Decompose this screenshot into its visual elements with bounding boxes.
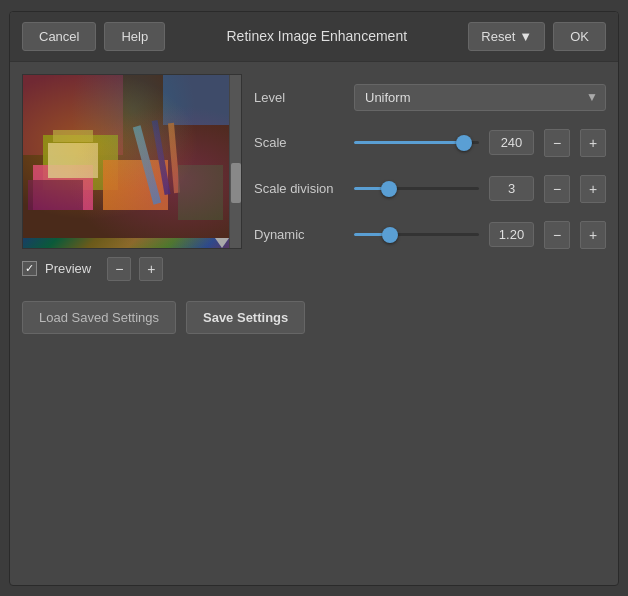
save-settings-button[interactable]: Save Settings <box>186 301 305 334</box>
ok-button[interactable]: OK <box>553 22 606 51</box>
scale-plus-button[interactable]: + <box>580 129 606 157</box>
dynamic-minus-button[interactable]: − <box>544 221 570 249</box>
settings-panel: Level Uniform Low High Equal ▼ Scale <box>254 74 606 281</box>
svg-rect-7 <box>28 180 83 210</box>
bottom-buttons: Load Saved Settings Save Settings <box>10 293 618 334</box>
scale-division-value-input[interactable] <box>489 176 534 201</box>
svg-rect-1 <box>23 75 123 155</box>
scale-value-input[interactable] <box>489 130 534 155</box>
dynamic-slider-thumb[interactable] <box>382 227 398 243</box>
image-panel: ✓ Preview − + <box>22 74 242 281</box>
scale-division-row: Scale division − + <box>254 175 606 203</box>
svg-rect-3 <box>43 135 118 190</box>
main-content: ✓ Preview − + Level Uniform Low High Equ… <box>10 62 618 293</box>
vertical-scrollbar[interactable] <box>229 75 241 248</box>
image-container <box>22 74 242 249</box>
level-select[interactable]: Uniform Low High Equal <box>354 84 606 111</box>
scale-division-slider-container <box>354 179 479 199</box>
scale-slider-thumb[interactable] <box>456 135 472 151</box>
dialog: Cancel Help Retinex Image Enhancement Re… <box>9 11 619 586</box>
help-button[interactable]: Help <box>104 22 165 51</box>
dynamic-slider-container <box>354 225 479 245</box>
dynamic-value-input[interactable] <box>489 222 534 247</box>
svg-rect-6 <box>48 143 98 178</box>
cancel-button[interactable]: Cancel <box>22 22 96 51</box>
dynamic-row: Dynamic − + <box>254 221 606 249</box>
svg-rect-4 <box>33 165 93 210</box>
dynamic-plus-button[interactable]: + <box>580 221 606 249</box>
preview-label: Preview <box>45 261 91 276</box>
svg-rect-0 <box>23 75 231 238</box>
svg-rect-8 <box>133 125 161 204</box>
scale-row: Scale − + <box>254 129 606 157</box>
scale-minus-button[interactable]: − <box>544 129 570 157</box>
scale-slider-fill <box>354 141 464 144</box>
scale-label: Scale <box>254 135 344 150</box>
svg-rect-10 <box>168 122 180 192</box>
scale-slider-track <box>354 141 479 144</box>
image-preview <box>23 75 242 249</box>
checkmark-icon: ✓ <box>25 263 34 274</box>
svg-rect-2 <box>163 75 231 125</box>
scale-slider-container <box>354 133 479 153</box>
svg-rect-11 <box>178 165 223 220</box>
preview-image-svg <box>23 75 231 238</box>
toolbar: Cancel Help Retinex Image Enhancement Re… <box>10 12 618 62</box>
scale-division-plus-button[interactable]: + <box>580 175 606 203</box>
preview-row: ✓ Preview − + <box>22 257 163 281</box>
level-label: Level <box>254 90 344 105</box>
reset-arrow-icon: ▼ <box>519 29 532 44</box>
dynamic-slider-track <box>354 233 479 236</box>
svg-rect-12 <box>53 130 93 142</box>
dynamic-label: Dynamic <box>254 227 344 242</box>
scrollbar-thumb-v[interactable] <box>231 163 241 203</box>
svg-rect-9 <box>152 120 171 195</box>
dialog-title: Retinex Image Enhancement <box>173 28 460 44</box>
reset-label: Reset <box>481 29 515 44</box>
level-select-wrapper: Uniform Low High Equal ▼ <box>354 84 606 111</box>
scale-division-slider-track <box>354 187 479 190</box>
preview-checkbox[interactable]: ✓ <box>22 261 37 276</box>
reset-button[interactable]: Reset ▼ <box>468 22 545 51</box>
scale-division-minus-button[interactable]: − <box>544 175 570 203</box>
scale-division-slider-thumb[interactable] <box>381 181 397 197</box>
svg-rect-5 <box>103 160 168 210</box>
zoom-plus-button[interactable]: + <box>139 257 163 281</box>
level-row: Level Uniform Low High Equal ▼ <box>254 84 606 111</box>
scale-division-label: Scale division <box>254 181 344 196</box>
scroll-indicator-icon <box>215 238 229 248</box>
zoom-minus-button[interactable]: − <box>107 257 131 281</box>
load-settings-button[interactable]: Load Saved Settings <box>22 301 176 334</box>
